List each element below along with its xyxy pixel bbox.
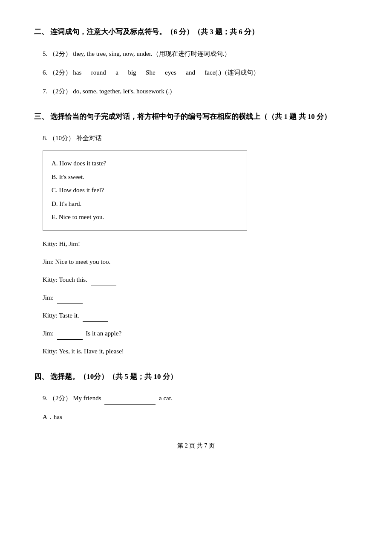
question-9: 9. （2分） My friends a car. (34, 392, 358, 405)
q9-blank (104, 404, 156, 405)
q8-label: 补全对话 (76, 135, 102, 142)
question-7: 7. （2分） do, some, together, let's, house… (34, 85, 358, 98)
choice-e: E. Nice to meet you. (52, 211, 238, 224)
blank-3 (57, 304, 83, 304)
section-4: 四、 选择题。（10分）（共 5 题；共 10 分） 9. （2分） My fr… (34, 370, 358, 424)
choice-b: B. It's sweet. (52, 171, 238, 184)
q5-content: they, the tree, sing, now, under.（用现在进行时… (73, 50, 231, 57)
q6-content: has round a big She eyes and face(.)（连词成… (73, 69, 259, 76)
speaker-jim-1: Jim: Nice to meet you too. (43, 258, 110, 265)
choice-a: A. How does it taste? (52, 157, 238, 171)
section-2: 二、 连词成句，注意大小写及标点符号。（6 分）（共 3 题；共 6 分） 5.… (34, 26, 358, 98)
blank-4 (83, 321, 108, 322)
dialog-row-2: Jim: Nice to meet you too. (34, 255, 358, 268)
blank-5 (57, 339, 83, 340)
dialog-row-7: Kitty: Yes, it is. Have it, please! (34, 345, 358, 358)
section-3-title: 三、 选择恰当的句子完成对话，将方框中句子的编号写在相应的横线上（（共 1 题 … (34, 110, 358, 124)
dialog-row-5: Kitty: Taste it. (34, 309, 358, 322)
speaker-kitty-4: Kitty: Yes, it is. Have it, please! (43, 348, 124, 355)
speaker-kitty-2: Kitty: Touch this. (43, 276, 87, 283)
choice-c: C. How does it feel? (52, 184, 238, 197)
q9-num: 9. (43, 395, 47, 402)
q6-num: 6. (43, 69, 47, 76)
section-4-title: 四、 选择题。（10分）（共 5 题；共 10 分） (34, 370, 358, 384)
speaker-jim-3: Jim: (43, 330, 54, 337)
speaker-kitty-3: Kitty: Taste it. (43, 312, 79, 319)
dialog-row-3: Kitty: Touch this. (34, 273, 358, 286)
q9-option-a: A．has (43, 413, 62, 420)
choice-box: A. How does it taste? B. It's sweet. C. … (43, 150, 247, 231)
dialog-row-1: Kitty: Hi, Jim! (34, 237, 358, 250)
blank-1 (84, 250, 109, 250)
question-9-option-a: A．has (34, 410, 358, 423)
q9-after: a car. (159, 395, 173, 402)
q5-num: 5. (43, 50, 47, 57)
question-6: 6. （2分） has round a big She eyes and fac… (34, 66, 358, 79)
blank-2 (91, 286, 116, 286)
q9-score: （2分） (49, 395, 72, 402)
q5-score: （2分） (49, 50, 72, 57)
q6-score: （2分） (49, 69, 72, 76)
page-footer: 第 2 页 共 7 页 (34, 440, 358, 451)
choice-d: D. It's hard. (52, 197, 238, 211)
dialog-row-4: Jim: (34, 291, 358, 304)
q8-num: 8. (43, 135, 47, 142)
q8-score: （10分） (49, 135, 75, 142)
q7-score: （2分） (49, 88, 72, 95)
question-8-header: 8. （10分） 补全对话 (34, 132, 358, 145)
section-3: 三、 选择恰当的句子完成对话，将方框中句子的编号写在相应的横线上（（共 1 题 … (34, 110, 358, 358)
q7-content: do, some, together, let's, housework (.) (73, 88, 172, 95)
section-2-title: 二、 连词成句，注意大小写及标点符号。（6 分）（共 3 题；共 6 分） (34, 26, 358, 39)
speaker-jim-2: Jim: (43, 294, 54, 301)
dialog-jim-3-text: Is it an apple? (86, 330, 121, 337)
dialog-row-6: Jim: Is it an apple? (34, 327, 358, 340)
speaker-kitty-1: Kitty: Hi, Jim! (43, 240, 80, 247)
question-5: 5. （2分） they, the tree, sing, now, under… (34, 47, 358, 60)
q9-stem: My friends (73, 395, 101, 402)
q7-num: 7. (43, 88, 47, 95)
